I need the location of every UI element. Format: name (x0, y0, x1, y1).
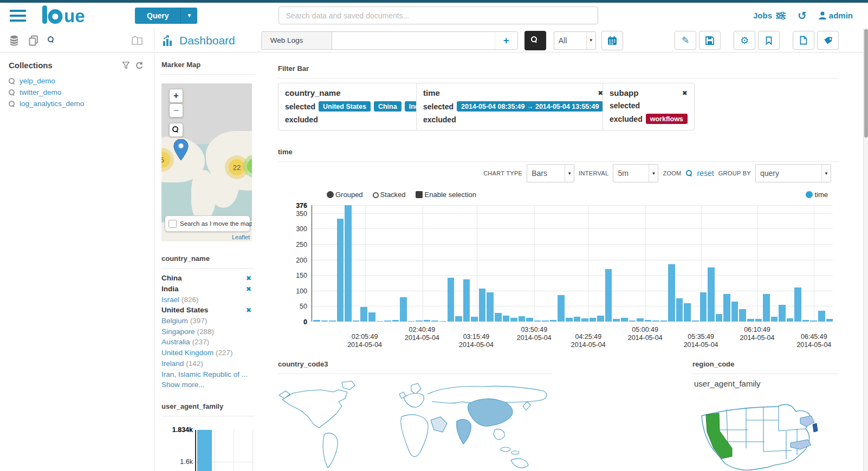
group-by-select[interactable]: query ▼ (755, 164, 831, 182)
time-bar[interactable] (321, 320, 328, 322)
time-bar[interactable] (368, 312, 375, 322)
time-bar[interactable] (439, 321, 446, 322)
remove-facet-icon[interactable]: ✖ (246, 274, 251, 282)
selected-value-chip[interactable]: China (374, 101, 401, 112)
time-bar[interactable] (716, 314, 723, 322)
time-bar[interactable] (731, 302, 739, 322)
time-bar[interactable] (794, 287, 801, 322)
facet-item[interactable]: United Kingdom(227) (161, 348, 255, 358)
query-button-label[interactable]: Query (135, 8, 180, 24)
hue-logo[interactable]: ue (42, 5, 94, 26)
global-search-input[interactable] (278, 6, 598, 24)
time-bar[interactable] (400, 297, 407, 322)
user-menu[interactable]: admin (819, 11, 853, 20)
time-bar[interactable] (377, 321, 384, 322)
time-bar[interactable] (519, 316, 526, 322)
map-country-saudi-arabia[interactable] (431, 417, 447, 432)
time-bar[interactable] (550, 320, 557, 322)
query-split-button[interactable]: Query ▼ (135, 8, 197, 24)
time-bar[interactable] (708, 267, 715, 322)
history-icon[interactable]: ↺ (798, 10, 807, 21)
facet-item[interactable]: China✖ (161, 273, 255, 284)
time-bar[interactable] (787, 318, 794, 322)
time-bar[interactable] (337, 219, 344, 322)
query-caret-icon[interactable]: ▼ (180, 8, 197, 24)
map-pin-marker[interactable] (173, 139, 189, 161)
database-icon[interactable] (9, 35, 20, 46)
leaflet-attribution[interactable]: Leaflet (232, 234, 250, 240)
time-bar[interactable] (416, 320, 423, 322)
filter-funnel-icon[interactable] (122, 62, 129, 69)
grouped-radio[interactable]: Grouped (327, 191, 363, 199)
facet-item[interactable]: United States✖ (161, 305, 255, 316)
source-selector[interactable]: Web Logs (262, 32, 332, 49)
time-bar[interactable] (487, 292, 494, 322)
time-bar[interactable] (684, 303, 691, 322)
time-bar[interactable] (621, 318, 628, 322)
time-bar[interactable] (755, 319, 762, 322)
region-code-map[interactable] (694, 393, 868, 471)
time-bar[interactable] (353, 320, 360, 322)
facet-item[interactable]: Show more... (161, 380, 255, 390)
add-filter-button[interactable]: + (495, 32, 517, 49)
time-bar[interactable] (700, 292, 707, 322)
remove-facet-icon[interactable]: ✖ (246, 285, 251, 293)
close-filter-icon[interactable]: ✖ (682, 89, 688, 97)
time-bar[interactable] (763, 294, 770, 322)
user-agent-family-chart[interactable]: 1.834k1.6k1.4k (161, 426, 255, 471)
time-chart-plot[interactable] (312, 205, 833, 322)
collection-item[interactable]: twitter_demo (9, 87, 145, 98)
jobs-link[interactable]: Jobs (753, 11, 786, 20)
time-bar[interactable] (771, 317, 778, 322)
time-bar[interactable] (408, 321, 415, 322)
enable-selection-checkbox[interactable]: Enable selection (416, 191, 476, 199)
time-bar[interactable] (668, 264, 675, 322)
time-bar[interactable] (574, 317, 581, 322)
time-bar[interactable] (739, 309, 746, 322)
facet-item[interactable]: Belgium(397) (161, 316, 255, 326)
time-bar[interactable] (392, 320, 399, 322)
time-bar[interactable] (818, 311, 825, 322)
time-bar[interactable] (448, 278, 455, 322)
time-bar[interactable] (660, 320, 668, 322)
collection-item[interactable]: yelp_demo (9, 75, 145, 87)
excluded-value-chip[interactable]: workflows (646, 114, 688, 124)
time-bar[interactable] (360, 307, 367, 322)
save-button[interactable] (699, 31, 721, 50)
map-zoom-in-button[interactable]: + (169, 89, 183, 103)
time-bar[interactable] (329, 320, 336, 322)
facet-item[interactable]: India✖ (161, 284, 255, 295)
vertical-scrollbar[interactable] (863, 28, 868, 471)
map-zoom-out-button[interactable]: − (169, 103, 183, 117)
time-bar[interactable] (802, 320, 809, 322)
map-country-china[interactable] (468, 399, 512, 427)
time-bar[interactable] (581, 318, 588, 322)
selected-value-chip[interactable]: United States (319, 101, 371, 112)
map-cluster-22[interactable]: 22 (229, 159, 245, 175)
scrollbar-thumb[interactable] (864, 29, 868, 138)
zoom-in-search-icon[interactable] (48, 36, 56, 45)
time-bar[interactable] (779, 305, 786, 322)
facet-item[interactable]: Israel(826) (161, 294, 255, 305)
series-legend[interactable]: time (806, 191, 828, 199)
time-bar[interactable] (479, 289, 486, 322)
time-bar[interactable] (534, 320, 541, 322)
time-bar[interactable] (542, 320, 549, 322)
facet-item[interactable]: Ireland(142) (161, 358, 255, 369)
time-bar[interactable] (424, 320, 431, 322)
interval-select[interactable]: 5m ▼ (613, 164, 658, 182)
time-bar[interactable] (313, 320, 320, 322)
time-bar[interactable] (826, 319, 833, 322)
time-bar[interactable] (645, 320, 652, 322)
folder-icon[interactable] (131, 35, 143, 46)
time-bar[interactable] (463, 279, 470, 322)
time-bar[interactable] (676, 298, 683, 322)
chart-type-select[interactable]: Bars ▼ (527, 164, 574, 182)
bookmark-button[interactable] (758, 31, 780, 50)
time-range-select[interactable]: All ▼ (554, 31, 596, 50)
time-bar[interactable] (637, 318, 644, 322)
time-bar[interactable] (605, 269, 612, 322)
user-agent-bar[interactable] (197, 430, 212, 471)
time-bar[interactable] (455, 316, 462, 322)
dashboard-query-input[interactable] (332, 32, 495, 49)
